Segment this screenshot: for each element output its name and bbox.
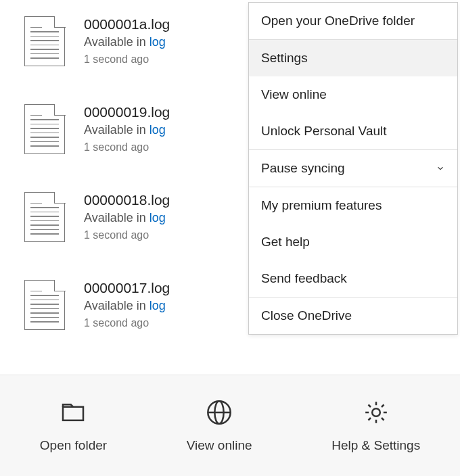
bottom-bar: Open folder View online Help & Settings xyxy=(0,375,460,476)
folder-link[interactable]: log xyxy=(150,299,166,312)
file-status: Available in log xyxy=(84,211,170,225)
file-time: 1 second ago xyxy=(84,229,170,241)
menu-close[interactable]: Close OneDrive xyxy=(249,298,457,334)
file-info: 00000019.log Available in log 1 second a… xyxy=(84,104,170,153)
file-name: 00000018.log xyxy=(84,192,170,208)
file-info: 00000018.log Available in log 1 second a… xyxy=(84,192,170,241)
folder-link[interactable]: log xyxy=(150,123,166,137)
menu-view-online[interactable]: View online xyxy=(249,76,457,113)
view-online-label: View online xyxy=(187,438,252,453)
menu-send-feedback[interactable]: Send feedback xyxy=(249,260,457,297)
file-name: 0000001a.log xyxy=(84,16,170,32)
context-menu: Open your OneDrive folder Settings View … xyxy=(248,2,458,335)
folder-link[interactable]: log xyxy=(150,211,166,224)
menu-open-folder[interactable]: Open your OneDrive folder xyxy=(249,3,457,39)
file-status: Available in log xyxy=(84,123,170,137)
open-folder-label: Open folder xyxy=(40,438,107,453)
file-name: 00000019.log xyxy=(84,104,170,120)
help-settings-button[interactable]: Help & Settings xyxy=(331,399,420,453)
folder-link[interactable]: log xyxy=(150,35,166,49)
file-time: 1 second ago xyxy=(84,317,170,329)
chevron-down-icon xyxy=(436,164,445,173)
file-name: 00000017.log xyxy=(84,280,170,296)
folder-icon xyxy=(60,399,87,426)
file-time: 1 second ago xyxy=(84,141,170,153)
file-info: 00000017.log Available in log 1 second a… xyxy=(84,280,170,329)
menu-premium[interactable]: My premium features xyxy=(249,187,457,224)
file-info: 0000001a.log Available in log 1 second a… xyxy=(84,16,170,66)
menu-unlock-vault[interactable]: Unlock Personal Vault xyxy=(249,113,457,149)
file-time: 1 second ago xyxy=(84,53,170,66)
help-settings-label: Help & Settings xyxy=(331,438,420,453)
document-icon xyxy=(24,104,65,154)
open-folder-button[interactable]: Open folder xyxy=(40,399,107,453)
document-icon xyxy=(24,16,65,66)
menu-pause-syncing[interactable]: Pause syncing xyxy=(249,150,457,187)
svg-point-3 xyxy=(372,408,380,416)
menu-get-help[interactable]: Get help xyxy=(249,224,457,260)
menu-settings[interactable]: Settings xyxy=(249,40,457,76)
globe-icon xyxy=(206,399,233,426)
view-online-button[interactable]: View online xyxy=(187,399,252,453)
file-status: Available in log xyxy=(84,35,170,49)
gear-icon xyxy=(363,399,390,426)
document-icon xyxy=(24,192,65,242)
file-status: Available in log xyxy=(84,299,170,313)
document-icon xyxy=(24,280,65,330)
